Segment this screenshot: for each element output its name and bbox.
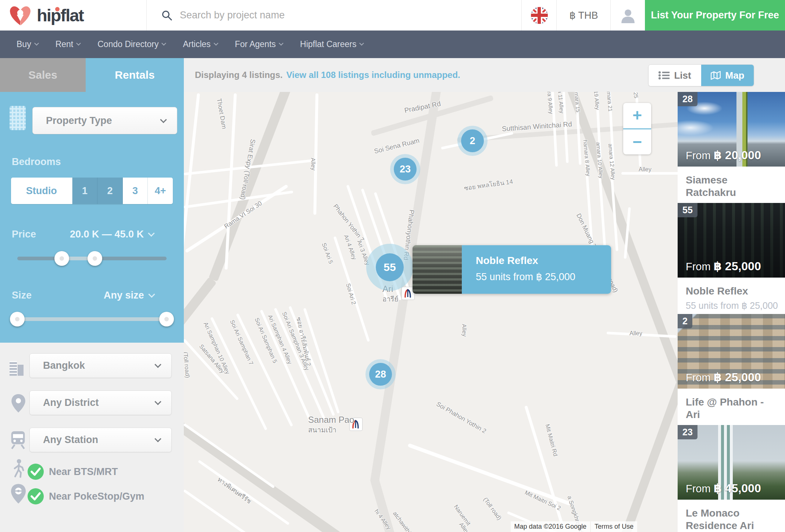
listing-count-badge: 28 (678, 92, 697, 106)
price-value: ฿ 20,000 (714, 149, 761, 162)
size-range-value[interactable]: Any size (104, 290, 154, 301)
account-button[interactable] (610, 0, 645, 31)
results-summary: Displaying 4 listings. View all 108 list… (195, 58, 460, 92)
listing-count-badge: 2 (678, 314, 692, 328)
check-icon[interactable] (28, 464, 44, 480)
price-slider-min-handle[interactable] (54, 251, 69, 266)
listing-name: Noble Reflex (686, 285, 778, 297)
bedroom-option-2[interactable]: 2 (97, 178, 123, 204)
terms-of-use-link[interactable]: Terms of Use (591, 521, 637, 532)
listing-caption: Le Monaco Residence Ari23 units from ฿ 4… (678, 500, 785, 532)
district-dropdown[interactable]: Any District (29, 390, 172, 415)
district-pin-icon (11, 394, 26, 413)
nav-item-for-agents[interactable]: For Agents (235, 39, 283, 49)
map-road-label: (Toll road) (482, 496, 503, 521)
bedroom-option-studio[interactable]: Studio (11, 178, 72, 204)
zoom-in-button[interactable]: + (623, 103, 651, 128)
property-type-dropdown[interactable]: Property Type (32, 107, 177, 134)
main-nav: BuyRentCondo DirectoryArticlesFor Agents… (0, 31, 785, 58)
bedroom-option-3[interactable]: 3 (123, 178, 148, 204)
map-road-label: (Toll road) (184, 351, 191, 378)
chevron-down-icon (162, 41, 167, 46)
map-road-label: Soi Ari 5 (321, 242, 334, 265)
road (184, 489, 263, 532)
map[interactable]: Noble Reflex 55 units from ฿ 25,000 + − … (184, 92, 678, 532)
station-name-thai: อารีย์ (382, 293, 398, 304)
size-slider-min-handle[interactable] (10, 312, 25, 326)
map-marker-28[interactable]: 28 (369, 363, 392, 386)
listing-price-overlay: From฿ 20,000 (686, 148, 761, 162)
hipflat-logo[interactable]: hipflat (8, 4, 83, 26)
price-range-value[interactable]: 20.0 K — 45.0 K (70, 229, 154, 240)
map-road-label: Alley (461, 324, 468, 337)
map-tooltip-noble-reflex[interactable]: Noble Reflex 55 units from ฿ 25,000 (413, 245, 611, 294)
station-train-icon (10, 430, 26, 449)
list-icon (659, 71, 670, 80)
currency-selector[interactable]: ฿ THB (556, 0, 611, 31)
station-name: Ari (382, 284, 398, 294)
listing-card-life-phahon-ari[interactable]: 2From฿ 25,000Life @ Phahon - Ari2 units … (678, 314, 785, 425)
tab-rentals[interactable]: Rentals (86, 58, 184, 92)
search-input[interactable] (179, 9, 475, 21)
station-dropdown[interactable]: Any Station (29, 428, 172, 452)
nav-item-label: For Agents (235, 39, 276, 49)
zoom-out-button[interactable]: − (623, 129, 651, 155)
listing-price-overlay: From฿ 45,000 (686, 481, 761, 495)
map-road-label: mara 21 (606, 92, 614, 112)
tab-rentals-label: Rentals (115, 69, 154, 81)
tooltip-title: Noble Reflex (476, 255, 611, 267)
map-marker-55[interactable]: 55 (376, 253, 404, 281)
view-all-link[interactable]: View all 108 listings including unmapped… (286, 70, 460, 80)
listing-card-siamese-ratchakru[interactable]: 28From฿ 20,000Siamese Ratchakru28 units … (678, 92, 785, 203)
price-prefix: From (686, 372, 711, 383)
nav-item-condo-directory[interactable]: Condo Directory (97, 39, 165, 49)
tab-sales[interactable]: Sales (0, 58, 86, 92)
chevron-down-icon (148, 230, 154, 236)
nav-item-articles[interactable]: Articles (183, 39, 217, 49)
tooltip-body: Noble Reflex 55 units from ฿ 25,000 (462, 245, 611, 294)
list-property-button[interactable]: List Your Property For Free (645, 0, 785, 31)
hipflat-heart-icon (8, 4, 32, 26)
price-slider-max-handle[interactable] (88, 251, 102, 266)
road (184, 423, 275, 489)
user-icon (620, 8, 636, 23)
map-marker-2[interactable]: 2 (461, 129, 484, 152)
listing-card-le-monaco-residence-ari[interactable]: 23From฿ 45,000Le Monaco Residence Ari23 … (678, 425, 785, 532)
price-label: Price (12, 229, 36, 240)
list-view-label: List (674, 70, 691, 81)
check-icon[interactable] (28, 488, 44, 504)
road (617, 381, 678, 532)
price-prefix: From (686, 261, 711, 272)
map-road-label: Mit Maitri Rd (544, 424, 559, 457)
near-bts-label[interactable]: Near BTS/MRT (49, 464, 118, 480)
nav-item-rent[interactable]: Rent (56, 39, 81, 49)
walking-person-icon (12, 459, 24, 478)
chevron-down-icon (76, 41, 81, 46)
road (184, 339, 239, 400)
list-view-button[interactable]: List (649, 65, 701, 86)
hipflat-app: hipflat ฿ THB List Your Prop (0, 0, 785, 532)
price-prefix: From (686, 483, 711, 494)
map-road-label: Alley (639, 166, 652, 173)
listing-card-noble-reflex[interactable]: 55From฿ 25,000Noble Reflex55 units from … (678, 203, 785, 314)
map-marker-23[interactable]: 23 (394, 158, 417, 181)
nav-item-buy[interactable]: Buy (17, 39, 38, 49)
city-dropdown[interactable]: Bangkok (29, 353, 172, 378)
nav-item-hipflat-careers[interactable]: Hipflat Careers (300, 39, 363, 49)
chevron-down-icon (154, 361, 161, 368)
size-slider-max-handle[interactable] (159, 312, 174, 326)
logo-wordmark: hipflat (37, 5, 83, 25)
price-slider (17, 257, 167, 260)
price-value: ฿ 25,000 (714, 260, 761, 273)
near-pokestop-label[interactable]: Near PokeStop/Gym (49, 488, 144, 504)
language-selector[interactable] (521, 0, 557, 31)
map-road-label: ซอย พหลโยธิน 14 (463, 176, 513, 193)
bedroom-option-1[interactable]: 1 (72, 178, 98, 204)
results-count: Displaying 4 listings. (195, 70, 283, 80)
bedrooms-label: Bedrooms (12, 156, 61, 168)
map-view-button[interactable]: Map (701, 65, 754, 86)
district-value: Any District (43, 397, 99, 408)
map-attribution: Map data ©2016 Google (511, 521, 590, 532)
bedroom-option-4[interactable]: 4+ (148, 178, 173, 204)
search-icon (161, 10, 172, 21)
